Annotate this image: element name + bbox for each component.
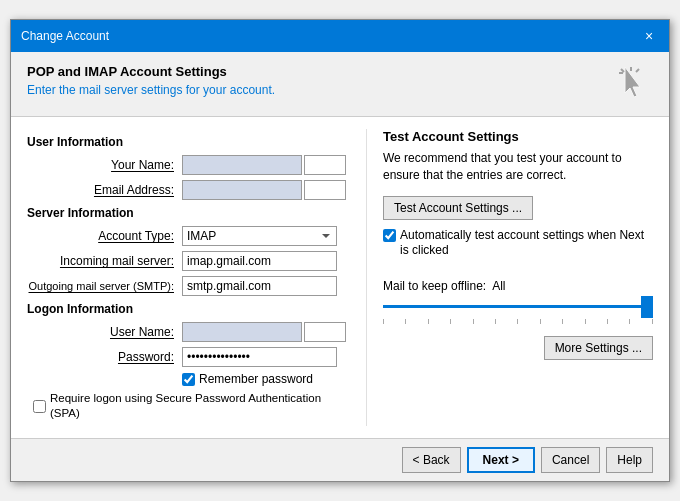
slider-tick (428, 319, 429, 324)
password-input[interactable] (182, 347, 337, 367)
slider-tick (383, 319, 384, 324)
outgoing-mail-label: Outgoing mail server (SMTP): (27, 280, 182, 292)
help-button[interactable]: Help (606, 447, 653, 473)
auto-test-label: Automatically test account settings when… (400, 228, 653, 259)
slider-tick (517, 319, 518, 324)
your-name-input[interactable] (182, 155, 302, 175)
logon-info-title: Logon Information (27, 302, 346, 316)
header-desc-end: . (272, 83, 275, 97)
slider-tick (473, 319, 474, 324)
email-address-input-2[interactable] (304, 180, 346, 200)
auto-test-row: Automatically test account settings when… (383, 228, 653, 259)
account-type-row: Account Type: IMAP POP3 (27, 226, 346, 246)
user-name-input[interactable] (182, 322, 302, 342)
slider-tick (585, 319, 586, 324)
user-info-title: User Information (27, 135, 346, 149)
slider-tick (405, 319, 406, 324)
header-desc-text: Enter the mail server settings for (27, 83, 203, 97)
remember-password-label: Remember password (199, 372, 313, 386)
cursor-icon (613, 64, 653, 104)
cancel-button[interactable]: Cancel (541, 447, 600, 473)
header-title: POP and IMAP Account Settings (27, 64, 275, 79)
account-type-select[interactable]: IMAP POP3 (182, 226, 337, 246)
password-row: Password: (27, 347, 346, 367)
footer: < Back Next > Cancel Help (11, 438, 669, 481)
header-desc-highlight: your account (203, 83, 272, 97)
slider-value: All (492, 279, 505, 293)
dialog-title: Change Account (21, 29, 109, 43)
svg-line-3 (636, 69, 639, 72)
incoming-mail-input[interactable] (182, 251, 337, 271)
header-description: Enter the mail server settings for your … (27, 83, 275, 97)
slider-track[interactable] (383, 297, 653, 317)
user-name-row: User Name: (27, 322, 346, 342)
remember-password-checkbox[interactable] (182, 373, 195, 386)
account-type-label: Account Type: (27, 229, 182, 243)
outgoing-mail-row: Outgoing mail server (SMTP): (27, 276, 346, 296)
more-settings-row: More Settings ... (383, 336, 653, 360)
outgoing-mail-input[interactable] (182, 276, 337, 296)
test-account-settings-button[interactable]: Test Account Settings ... (383, 196, 533, 220)
incoming-mail-label: Incoming mail server: (27, 254, 182, 268)
slider-tick (607, 319, 608, 324)
slider-section: Mail to keep offline: All (383, 279, 653, 324)
title-bar: Change Account × (11, 20, 669, 52)
slider-tick (562, 319, 563, 324)
close-icon: × (645, 28, 653, 44)
user-name-input-2[interactable] (304, 322, 346, 342)
slider-thumb[interactable] (641, 296, 653, 318)
slider-tick (540, 319, 541, 324)
user-name-label: User Name: (27, 325, 182, 339)
require-logon-row: Require logon using Secure Password Auth… (33, 391, 346, 421)
test-settings-description: We recommend that you test your account … (383, 150, 653, 184)
remember-password-row: Remember password (182, 372, 346, 386)
email-address-label: Email Address: (27, 183, 182, 197)
slider-tick (495, 319, 496, 324)
slider-tick (450, 319, 451, 324)
slider-tick (629, 319, 630, 324)
incoming-mail-row: Incoming mail server: (27, 251, 346, 271)
your-name-row: Your Name: (27, 155, 346, 175)
email-address-input[interactable] (182, 180, 302, 200)
your-name-label: Your Name: (27, 158, 182, 172)
email-address-row: Email Address: (27, 180, 346, 200)
dialog: Change Account × POP and IMAP Account Se… (10, 19, 670, 482)
svg-line-2 (621, 69, 624, 72)
your-name-input-2[interactable] (304, 155, 346, 175)
close-button[interactable]: × (639, 26, 659, 46)
slider-ticks (383, 319, 653, 324)
header-text: POP and IMAP Account Settings Enter the … (27, 64, 275, 97)
left-panel: User Information Your Name: Email Addres… (27, 129, 346, 426)
right-panel: Test Account Settings We recommend that … (366, 129, 653, 426)
password-label: Password: (27, 350, 182, 364)
slider-label-text: Mail to keep offline: (383, 279, 486, 293)
back-button[interactable]: < Back (402, 447, 461, 473)
test-settings-title: Test Account Settings (383, 129, 653, 144)
require-logon-label: Require logon using Secure Password Auth… (50, 391, 346, 421)
slider-fill (383, 305, 653, 308)
auto-test-checkbox[interactable] (383, 229, 396, 242)
require-logon-checkbox[interactable] (33, 400, 46, 413)
main-content: User Information Your Name: Email Addres… (11, 117, 669, 438)
header-section: POP and IMAP Account Settings Enter the … (11, 52, 669, 117)
slider-label: Mail to keep offline: All (383, 279, 653, 293)
more-settings-button[interactable]: More Settings ... (544, 336, 653, 360)
server-info-title: Server Information (27, 206, 346, 220)
slider-line (383, 305, 653, 308)
next-button[interactable]: Next > (467, 447, 535, 473)
slider-tick (652, 319, 653, 324)
